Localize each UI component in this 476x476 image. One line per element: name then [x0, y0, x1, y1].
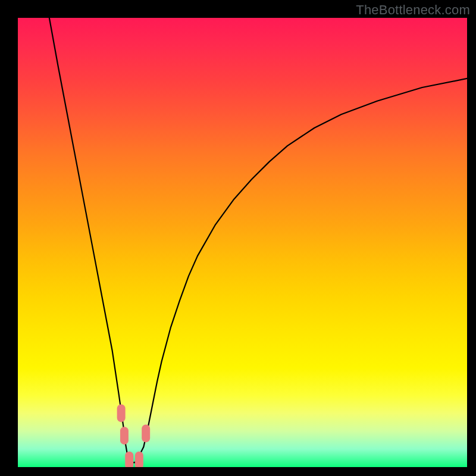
curve-line	[49, 18, 467, 462]
marker-point	[117, 404, 126, 422]
marker-point	[142, 424, 150, 442]
marker-point	[135, 452, 143, 467]
markers-group	[117, 404, 151, 467]
plot-area	[18, 18, 467, 467]
chart-frame: TheBottleneck.com	[0, 0, 476, 476]
chart-svg	[18, 18, 467, 467]
marker-point	[120, 427, 129, 444]
marker-point	[125, 452, 133, 467]
watermark-text: TheBottleneck.com	[356, 2, 470, 18]
